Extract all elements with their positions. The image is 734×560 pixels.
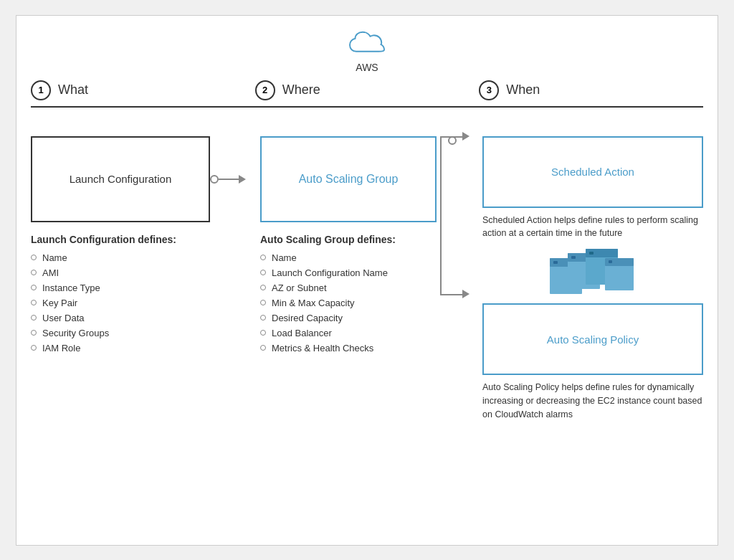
vert-line-where xyxy=(440,136,442,294)
col-3-divider xyxy=(479,106,703,108)
arrow-head-top xyxy=(462,132,470,141)
arrow-line-what xyxy=(219,179,239,180)
step-1-title: What xyxy=(58,82,88,98)
list-dot xyxy=(260,255,266,260)
col-when-header: 3 When xyxy=(479,80,703,108)
list-dot xyxy=(260,270,266,275)
list-item: AMI xyxy=(31,267,246,278)
step-2-title: Where xyxy=(282,82,320,98)
list-dot xyxy=(31,345,37,351)
what-defines-section: Launch Configuration defines: Name AMI I… xyxy=(31,234,246,353)
arrow-head-bottom xyxy=(462,290,470,298)
list-item: Instance Type xyxy=(31,283,246,293)
what-defines-list: Name AMI Instance Type Key Pair User Dat… xyxy=(31,252,246,353)
list-item: Desired Capacity xyxy=(260,313,468,323)
circle-dot-what xyxy=(210,175,219,184)
list-item: Metrics & Health Checks xyxy=(260,343,468,353)
list-item: Min & Max Capacity xyxy=(260,298,468,308)
col-what-header: 1 What xyxy=(31,80,255,108)
list-dot xyxy=(31,270,37,275)
list-dot xyxy=(31,285,37,290)
aws-label: AWS xyxy=(356,62,378,73)
auto-scaling-group-box: Auto Scaling Group xyxy=(260,136,437,222)
col-what: Launch Configuration Launch Configuratio… xyxy=(31,122,253,429)
aws-header: AWS xyxy=(31,30,703,73)
list-item: Security Groups xyxy=(31,328,246,338)
where-defines-title: Auto Scaling Group defines: xyxy=(260,234,468,245)
list-item: IAM Role xyxy=(31,343,246,353)
auto-scaling-policy-item: Auto Scaling Policy Auto Scaling Policy … xyxy=(482,303,703,421)
step-1-circle: 1 xyxy=(31,80,51,100)
scheduled-action-item: Scheduled Action Scheduled Action helps … xyxy=(482,136,703,241)
server-stack-container xyxy=(482,247,703,298)
list-dot xyxy=(260,315,266,321)
svg-rect-11 xyxy=(609,260,612,263)
list-dot xyxy=(31,315,37,321)
list-item: AZ or Subnet xyxy=(260,283,468,293)
list-dot xyxy=(31,255,37,260)
list-dot xyxy=(31,330,37,336)
cloud-icon xyxy=(345,30,389,59)
arrow-head-what xyxy=(239,175,246,184)
svg-rect-8 xyxy=(589,252,594,255)
list-dot xyxy=(260,285,266,290)
where-defines-list: Name Launch Configuration Name AZ or Sub… xyxy=(260,252,468,353)
where-defines-section: Auto Scaling Group defines: Name Launch … xyxy=(260,234,468,353)
list-item: Name xyxy=(260,252,468,263)
list-dot xyxy=(260,345,266,351)
auto-scaling-policy-desc: Auto Scaling Policy helps define rules f… xyxy=(482,381,703,421)
list-dot xyxy=(260,330,266,336)
step-2-circle: 2 xyxy=(255,80,275,100)
list-item: Name xyxy=(31,252,246,263)
list-item: Load Balancer xyxy=(260,328,468,338)
arrow-where-to-when xyxy=(437,65,468,222)
col-1-divider xyxy=(31,106,255,108)
auto-scaling-policy-box: Auto Scaling Policy xyxy=(482,303,703,375)
columns-header: 1 What 2 Where 3 When xyxy=(31,80,703,108)
step-3-title: When xyxy=(506,82,540,98)
list-item: User Data xyxy=(31,313,246,323)
svg-rect-2 xyxy=(553,261,558,264)
svg-rect-5 xyxy=(571,256,576,259)
list-dot xyxy=(31,300,37,305)
launch-config-box: Launch Configuration xyxy=(31,136,210,222)
what-defines-title: Launch Configuration defines: xyxy=(31,234,246,245)
main-content: Launch Configuration Launch Configuratio… xyxy=(31,122,703,429)
scheduled-action-desc: Scheduled Action helps define rules to p… xyxy=(482,214,703,241)
list-item: Launch Configuration Name xyxy=(260,267,468,278)
col-where: Auto Scaling Group xyxy=(253,122,475,429)
arrow-what-to-where xyxy=(210,175,246,184)
server-stack-icon xyxy=(546,247,639,298)
scheduled-action-box: Scheduled Action xyxy=(482,136,703,208)
list-item: Key Pair xyxy=(31,298,246,308)
list-dot xyxy=(260,300,266,305)
step-3-circle: 3 xyxy=(479,80,499,100)
col-when: Scheduled Action Scheduled Action helps … xyxy=(475,136,703,429)
diagram-container: AWS 1 What 2 Where 3 When xyxy=(16,15,718,546)
